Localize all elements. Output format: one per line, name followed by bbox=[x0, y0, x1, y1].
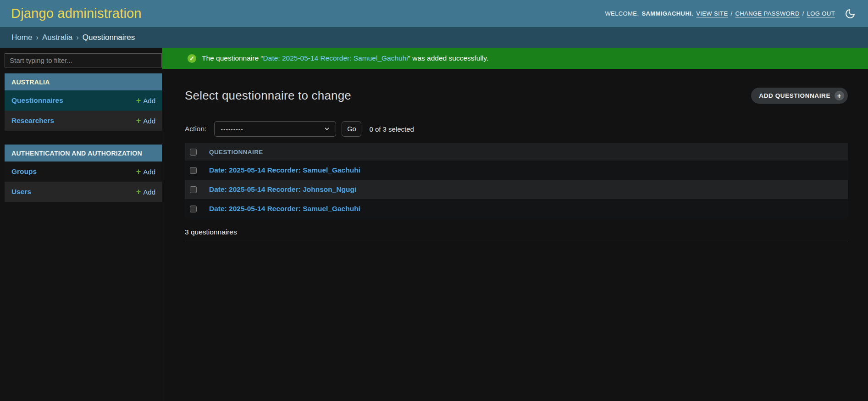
questionnaire-link[interactable]: Date: 2025-05-14 Recorder: Samuel_Gachuh… bbox=[204, 166, 360, 174]
sidebar-add-questionnaire[interactable]: + Add bbox=[136, 96, 155, 105]
column-header-questionnaire[interactable]: QUESTIONNAIRE bbox=[204, 149, 263, 156]
plus-icon: + bbox=[136, 96, 141, 105]
sidebar-add-user[interactable]: + Add bbox=[136, 188, 155, 196]
add-questionnaire-button[interactable]: ADD QUESTIONNAIRE + bbox=[751, 88, 848, 104]
action-select-value: --------- bbox=[221, 126, 243, 133]
row-checkbox[interactable] bbox=[190, 206, 197, 212]
table-row: Date: 2025-05-14 Recorder: Samuel_Gachuh… bbox=[185, 199, 848, 218]
select-all-checkbox[interactable] bbox=[190, 149, 197, 156]
sidebar-item-researchers[interactable]: Researchers + Add bbox=[5, 111, 162, 131]
sidebar-filter-input[interactable] bbox=[5, 53, 162, 67]
sidebar-item-users-link[interactable]: Users bbox=[11, 188, 31, 196]
add-label: Add bbox=[143, 117, 155, 125]
go-button[interactable]: Go bbox=[342, 121, 361, 137]
sidebar-add-researcher[interactable]: + Add bbox=[136, 117, 155, 125]
sidebar-add-group[interactable]: + Add bbox=[136, 167, 155, 176]
table-row: Date: 2025-05-14 Recorder: Samuel_Gachuh… bbox=[185, 161, 848, 180]
sidebar-item-researchers-link[interactable]: Researchers bbox=[11, 117, 54, 125]
success-message-text: The questionnaire “Date: 2025-05-14 Reco… bbox=[202, 54, 488, 62]
site-brand-link[interactable]: Django administration bbox=[11, 6, 142, 21]
user-tools: WELCOME, SAMMIGACHUHI. VIEW SITE / CHANG… bbox=[605, 8, 856, 20]
action-label: Action: bbox=[185, 125, 206, 133]
questionnaire-link[interactable]: Date: 2025-05-14 Recorder: Samuel_Gachuh… bbox=[204, 205, 360, 213]
change-password-link[interactable]: CHANGE PASSWORD bbox=[735, 10, 800, 17]
plus-icon: + bbox=[835, 91, 844, 100]
actions-bar: Action: --------- Go 0 of 3 selected bbox=[185, 121, 848, 137]
page-title: Select questionnaire to change bbox=[185, 89, 351, 103]
username: SAMMIGACHUHI. bbox=[641, 10, 693, 17]
add-label: Add bbox=[143, 168, 155, 176]
selection-counter: 0 of 3 selected bbox=[369, 125, 414, 133]
app-header: Django administration WELCOME, SAMMIGACH… bbox=[0, 0, 868, 27]
row-checkbox[interactable] bbox=[190, 186, 197, 193]
table-header-row: QUESTIONNAIRE bbox=[185, 143, 848, 161]
breadcrumb-app[interactable]: Australia bbox=[42, 33, 72, 42]
plus-icon: + bbox=[136, 167, 141, 176]
add-label: Add bbox=[143, 97, 155, 105]
view-site-link[interactable]: VIEW SITE bbox=[696, 10, 728, 17]
sidebar-section-australia: AUSTRALIA Questionnaires + Add Researche… bbox=[5, 73, 162, 131]
plus-icon: + bbox=[136, 117, 141, 125]
welcome-label: WELCOME, bbox=[605, 10, 639, 17]
paginator-divider bbox=[185, 242, 848, 242]
main-content: ✓ The questionnaire “Date: 2025-05-14 Re… bbox=[162, 48, 868, 401]
moon-icon bbox=[845, 8, 856, 19]
chevron-down-icon bbox=[324, 126, 330, 132]
breadcrumb-separator: › bbox=[76, 33, 79, 42]
plus-icon: + bbox=[136, 188, 141, 196]
table-row: Date: 2025-05-14 Recorder: Johnson_Ngugi bbox=[185, 180, 848, 199]
sidebar-item-groups[interactable]: Groups + Add bbox=[5, 162, 162, 182]
add-questionnaire-label: ADD QUESTIONNAIRE bbox=[759, 92, 830, 99]
sidebar-section-auth: AUTHENTICATION AND AUTHORIZATION Groups … bbox=[5, 145, 162, 202]
sidebar-item-questionnaires[interactable]: Questionnaires + Add bbox=[5, 90, 162, 111]
breadcrumb: Home › Australia › Questionnaires bbox=[0, 27, 868, 48]
questionnaire-link[interactable]: Date: 2025-05-14 Recorder: Johnson_Ngugi bbox=[204, 185, 356, 194]
sidebar-item-questionnaires-link[interactable]: Questionnaires bbox=[11, 96, 63, 105]
added-object-link[interactable]: Date: 2025-05-14 Recorder: Samuel_Gachuh… bbox=[263, 54, 408, 62]
breadcrumb-current: Questionnaires bbox=[83, 33, 135, 42]
sidebar-item-users[interactable]: Users + Add bbox=[5, 182, 162, 202]
success-message: ✓ The questionnaire “Date: 2025-05-14 Re… bbox=[162, 48, 868, 69]
row-checkbox[interactable] bbox=[190, 167, 197, 174]
nav-sidebar: AUSTRALIA Questionnaires + Add Researche… bbox=[0, 48, 162, 401]
breadcrumb-separator: › bbox=[36, 33, 39, 42]
sidebar-section-title-auth[interactable]: AUTHENTICATION AND AUTHORIZATION bbox=[5, 145, 162, 162]
sidebar-section-title-australia[interactable]: AUSTRALIA bbox=[5, 73, 162, 90]
add-label: Add bbox=[143, 188, 155, 196]
result-count: 3 questionnaires bbox=[185, 228, 848, 236]
tools-separator: / bbox=[802, 10, 804, 17]
sidebar-item-groups-link[interactable]: Groups bbox=[11, 167, 37, 176]
theme-toggle-button[interactable] bbox=[844, 8, 856, 20]
tools-separator: / bbox=[731, 10, 733, 17]
breadcrumb-home[interactable]: Home bbox=[11, 33, 32, 42]
logout-link[interactable]: LOG OUT bbox=[807, 10, 835, 17]
results-table: QUESTIONNAIRE Date: 2025-05-14 Recorder:… bbox=[185, 143, 848, 218]
action-select[interactable]: --------- bbox=[214, 121, 336, 137]
success-check-icon: ✓ bbox=[188, 54, 196, 63]
